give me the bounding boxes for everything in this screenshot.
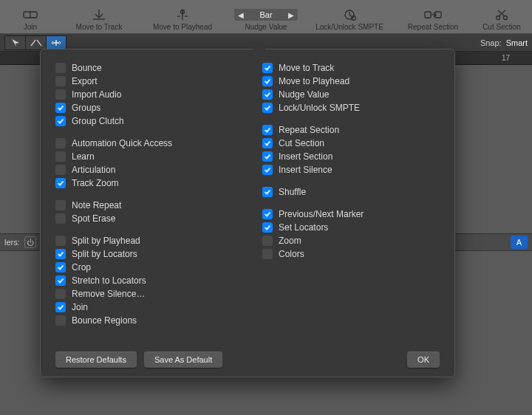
stepper-prev[interactable]: ◀ bbox=[236, 10, 246, 20]
group-separator bbox=[55, 225, 233, 234]
option-checkbox[interactable]: Join bbox=[55, 301, 233, 314]
checkbox-box bbox=[55, 103, 66, 113]
tool-pointer[interactable] bbox=[4, 35, 25, 50]
checkbox-label: Automation Quick Access bbox=[72, 138, 172, 148]
ok-button[interactable]: OK bbox=[407, 351, 440, 368]
checkbox-label: Spot Erase bbox=[72, 213, 115, 224]
save-as-default-button[interactable]: Save As Default bbox=[144, 351, 222, 368]
checkbox-box bbox=[262, 222, 273, 233]
option-checkbox[interactable]: Split by Locators bbox=[55, 247, 233, 261]
option-checkbox[interactable]: Repeat Section bbox=[262, 123, 440, 137]
option-checkbox[interactable]: Shuffle bbox=[262, 185, 440, 199]
stepper-value: Bar bbox=[248, 10, 284, 19]
svg-line-15 bbox=[499, 10, 505, 16]
option-checkbox[interactable]: Cut Section bbox=[262, 137, 440, 150]
checkbox-box bbox=[55, 236, 66, 246]
power-icon[interactable]: ⏻ bbox=[24, 236, 36, 248]
tool-crossfade[interactable] bbox=[25, 35, 46, 50]
lock-smpte-icon bbox=[341, 8, 358, 21]
checkbox-label: Import Audio bbox=[72, 89, 121, 100]
checkbox-label: Zoom bbox=[279, 236, 301, 246]
snap-control[interactable]: Snap: Smart bbox=[480, 38, 528, 47]
toolbar-move-to-track[interactable]: Move to Track bbox=[58, 8, 140, 31]
restore-defaults-button[interactable]: Restore Defaults bbox=[55, 351, 137, 368]
options-column-left: BounceExportImport AudioGroupsGroup Clut… bbox=[55, 61, 233, 340]
snap-value: Smart bbox=[506, 38, 528, 47]
checkbox-box bbox=[262, 138, 273, 148]
option-checkbox[interactable]: Automation Quick Access bbox=[55, 137, 233, 150]
toolbar-cut-section[interactable]: Cut Section bbox=[476, 8, 528, 31]
option-checkbox[interactable]: Remove Silence… bbox=[55, 287, 233, 301]
option-checkbox[interactable]: Export bbox=[55, 75, 233, 88]
option-checkbox[interactable]: Move to Track bbox=[262, 61, 440, 75]
checkbox-box bbox=[262, 165, 273, 175]
toolbar-label: Nudge Value bbox=[245, 23, 287, 31]
toolbar-move-to-playhead[interactable]: Move to Playhead bbox=[142, 8, 223, 31]
group-separator bbox=[262, 176, 440, 185]
checkbox-box bbox=[262, 63, 273, 73]
checkbox-label: Split by Locators bbox=[72, 249, 137, 259]
option-checkbox[interactable]: Articulation bbox=[55, 163, 233, 176]
option-checkbox[interactable]: Bounce bbox=[55, 61, 233, 75]
toolbar-label: Move to Track bbox=[76, 23, 123, 31]
checkbox-label: Cut Section bbox=[279, 138, 324, 148]
checkbox-label: Nudge Value bbox=[279, 89, 330, 100]
checkbox-box bbox=[55, 76, 66, 86]
option-checkbox[interactable]: Import Audio bbox=[55, 88, 233, 101]
svg-point-13 bbox=[497, 16, 500, 20]
popover-arrow bbox=[252, 43, 267, 50]
option-checkbox[interactable]: Stretch to Locators bbox=[55, 274, 233, 287]
toolbar-repeat-section[interactable]: Repeat Section bbox=[392, 8, 474, 31]
checkbox-label: Remove Silence… bbox=[72, 289, 145, 299]
checkbox-label: Shuffle bbox=[279, 187, 306, 197]
option-checkbox[interactable]: Insert Section bbox=[262, 150, 440, 163]
toolbar-join[interactable]: Join bbox=[4, 8, 56, 31]
svg-point-14 bbox=[504, 16, 508, 20]
automation-A-button[interactable]: A bbox=[511, 236, 528, 249]
popover-footer: Restore Defaults Save As Default OK bbox=[55, 351, 440, 368]
option-checkbox[interactable]: Note Repeat bbox=[55, 199, 233, 212]
checkbox-box bbox=[262, 236, 273, 246]
option-checkbox[interactable]: Track Zoom bbox=[55, 176, 233, 190]
svg-line-8 bbox=[349, 15, 352, 16]
toolbar-label: Repeat Section bbox=[408, 23, 458, 31]
option-checkbox[interactable]: Lock/Unlock SMPTE bbox=[262, 101, 440, 114]
checkbox-label: Colors bbox=[279, 249, 304, 259]
option-checkbox[interactable]: Learn bbox=[55, 150, 233, 163]
option-checkbox[interactable]: Groups bbox=[55, 101, 233, 114]
checkbox-label: Join bbox=[72, 302, 88, 312]
option-checkbox[interactable]: Set Locators bbox=[262, 221, 440, 234]
checkbox-label: Set Locators bbox=[279, 222, 328, 233]
checkbox-label: Articulation bbox=[72, 165, 115, 175]
automation-A-label: A bbox=[516, 238, 522, 247]
option-checkbox[interactable]: Colors bbox=[262, 247, 440, 261]
stepper-next[interactable]: ▶ bbox=[286, 10, 296, 20]
option-checkbox[interactable]: Group Clutch bbox=[55, 114, 233, 128]
option-checkbox[interactable]: Zoom bbox=[262, 234, 440, 247]
checkbox-label: Note Repeat bbox=[72, 200, 121, 210]
toolbar-nudge-value[interactable]: ◀ Bar ▶ Nudge Value bbox=[225, 8, 307, 31]
tool-customize[interactable] bbox=[46, 35, 66, 50]
nudge-value-stepper[interactable]: ◀ Bar ▶ bbox=[234, 8, 297, 21]
option-checkbox[interactable]: Split by Playhead bbox=[55, 234, 233, 247]
move-to-track-icon bbox=[91, 8, 107, 21]
toolbar-label: Move to Playhead bbox=[153, 23, 212, 31]
option-checkbox[interactable]: Previous/Next Marker bbox=[262, 208, 440, 221]
option-checkbox[interactable]: Crop bbox=[55, 261, 233, 274]
checkbox-label: Crop bbox=[72, 262, 91, 272]
option-checkbox[interactable]: Insert Silence bbox=[262, 163, 440, 176]
toolbar-label: Join bbox=[24, 23, 37, 31]
checkbox-label: Insert Section bbox=[279, 151, 332, 162]
checkbox-box bbox=[55, 213, 66, 224]
option-checkbox[interactable]: Nudge Value bbox=[262, 88, 440, 101]
snap-label: Snap: bbox=[480, 38, 502, 47]
checkbox-label: Previous/Next Marker bbox=[279, 209, 364, 219]
checkbox-box bbox=[55, 302, 66, 312]
checkbox-label: Bounce Regions bbox=[72, 315, 137, 326]
cut-section-icon bbox=[494, 8, 510, 21]
option-checkbox[interactable]: Spot Erase bbox=[55, 212, 233, 225]
toolbar-lock-smpte[interactable]: Lock/Unlock SMPTE bbox=[309, 8, 390, 31]
option-checkbox[interactable]: Move to Playhead bbox=[262, 75, 440, 88]
repeat-section-icon bbox=[423, 8, 443, 21]
option-checkbox[interactable]: Bounce Regions bbox=[55, 314, 233, 327]
